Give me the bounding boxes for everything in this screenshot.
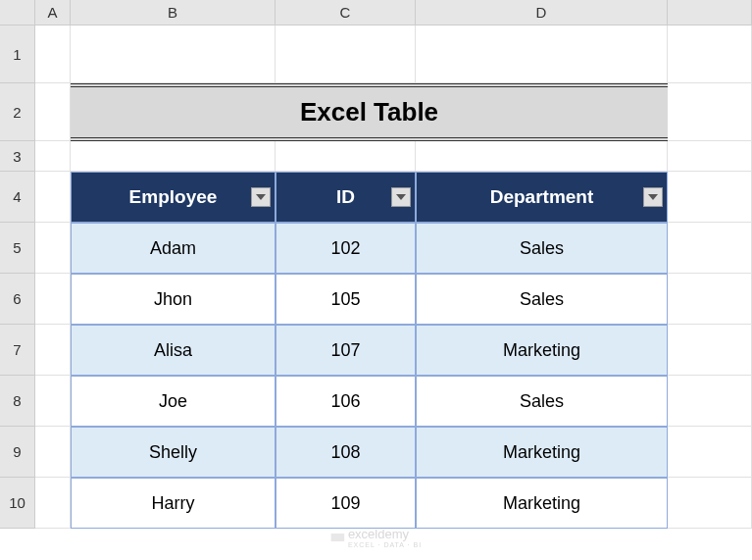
cell[interactable] — [35, 25, 71, 83]
cell[interactable] — [35, 274, 71, 325]
cell[interactable] — [35, 376, 71, 427]
cell[interactable] — [71, 141, 276, 172]
table-cell[interactable]: Marketing — [416, 478, 668, 529]
table-cell[interactable]: Joe — [71, 376, 276, 427]
table-cell[interactable]: Sales — [416, 223, 668, 274]
cell[interactable] — [276, 141, 416, 172]
table-cell[interactable]: 107 — [276, 325, 416, 376]
svg-rect-0 — [330, 534, 344, 541]
table-cell[interactable]: Marketing — [416, 427, 668, 478]
cell[interactable] — [668, 172, 752, 223]
table-cell[interactable]: 105 — [276, 274, 416, 325]
cell[interactable] — [668, 223, 752, 274]
cell[interactable] — [35, 141, 71, 172]
watermark-name: exceldemy — [348, 527, 422, 541]
col-header-a[interactable]: A — [35, 0, 71, 25]
logo-icon — [330, 531, 344, 544]
row-header-9[interactable]: 9 — [0, 427, 35, 478]
cell[interactable] — [668, 376, 752, 427]
row-header-7[interactable]: 7 — [0, 325, 35, 376]
row-header-4[interactable]: 4 — [0, 172, 35, 223]
table-cell[interactable]: 109 — [276, 478, 416, 529]
table-cell[interactable]: Marketing — [416, 325, 668, 376]
cell[interactable] — [416, 25, 668, 83]
cell[interactable] — [35, 427, 71, 478]
cell[interactable] — [668, 83, 752, 141]
filter-button-department[interactable] — [643, 187, 663, 207]
cell[interactable] — [276, 25, 416, 83]
row-header-8[interactable]: 8 — [0, 376, 35, 427]
row-header-1[interactable]: 1 — [0, 25, 35, 83]
table-cell[interactable]: 106 — [276, 376, 416, 427]
cell[interactable] — [71, 25, 276, 83]
cell[interactable] — [35, 325, 71, 376]
chevron-down-icon — [256, 194, 266, 200]
table-cell[interactable]: Alisa — [71, 325, 276, 376]
cell[interactable] — [668, 274, 752, 325]
watermark-tagline: EXCEL · DATA · BI — [348, 541, 422, 548]
table-cell[interactable]: Adam — [71, 223, 276, 274]
spreadsheet-grid: A B C D 1 2 Excel Table 3 4 Employee ID … — [0, 0, 752, 529]
cell[interactable] — [668, 478, 752, 529]
filter-button-id[interactable] — [391, 187, 411, 207]
header-label: Department — [490, 186, 594, 208]
chevron-down-icon — [396, 194, 406, 200]
filter-button-employee[interactable] — [251, 187, 271, 207]
select-all-corner[interactable] — [0, 0, 35, 25]
row-header-2[interactable]: 2 — [0, 83, 35, 141]
table-cell[interactable]: Harry — [71, 478, 276, 529]
col-header-d[interactable]: D — [416, 0, 668, 25]
table-cell[interactable]: Jhon — [71, 274, 276, 325]
cell[interactable] — [668, 141, 752, 172]
chevron-down-icon — [648, 194, 658, 200]
cell[interactable] — [668, 325, 752, 376]
table-header-department[interactable]: Department — [416, 172, 668, 223]
watermark: exceldemy EXCEL · DATA · BI — [330, 527, 422, 548]
header-label: Employee — [129, 186, 218, 208]
cell[interactable] — [35, 172, 71, 223]
col-header-c[interactable]: C — [276, 0, 416, 25]
table-cell[interactable]: Shelly — [71, 427, 276, 478]
row-header-5[interactable]: 5 — [0, 223, 35, 274]
table-cell[interactable]: 102 — [276, 223, 416, 274]
row-header-3[interactable]: 3 — [0, 141, 35, 172]
table-cell[interactable]: Sales — [416, 376, 668, 427]
cell[interactable] — [668, 25, 752, 83]
table-cell[interactable]: 108 — [276, 427, 416, 478]
cell[interactable] — [668, 427, 752, 478]
cell[interactable] — [416, 141, 668, 172]
header-label: ID — [336, 186, 355, 208]
col-header-b[interactable]: B — [71, 0, 276, 25]
cell[interactable] — [35, 223, 71, 274]
row-header-10[interactable]: 10 — [0, 478, 35, 529]
page-title[interactable]: Excel Table — [71, 83, 668, 141]
cell[interactable] — [35, 83, 71, 141]
cell[interactable] — [35, 478, 71, 529]
table-header-employee[interactable]: Employee — [71, 172, 276, 223]
table-header-id[interactable]: ID — [276, 172, 416, 223]
table-cell[interactable]: Sales — [416, 274, 668, 325]
row-header-6[interactable]: 6 — [0, 274, 35, 325]
col-header-blank[interactable] — [668, 0, 752, 25]
